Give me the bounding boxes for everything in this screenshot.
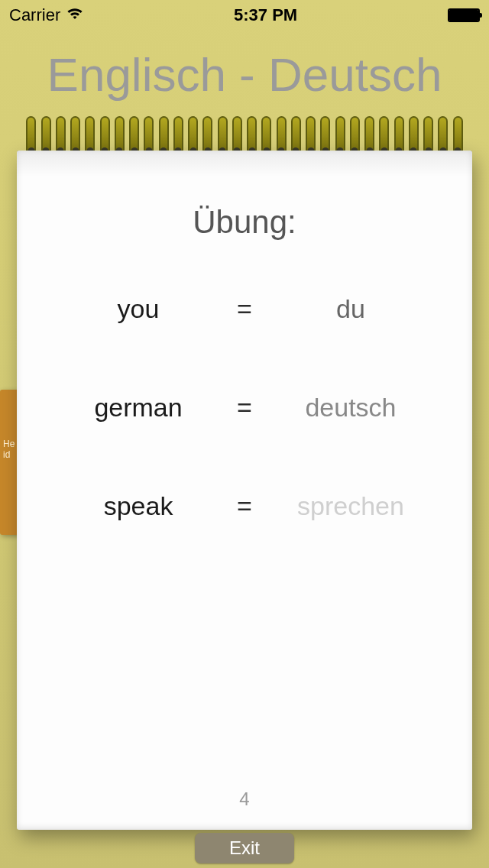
word-pair-row: german = deutsch bbox=[47, 393, 442, 423]
notepad-spiral bbox=[17, 111, 472, 151]
exit-button[interactable]: Exit bbox=[195, 833, 294, 863]
carrier-label: Carrier bbox=[9, 5, 60, 25]
equals-icon: = bbox=[229, 393, 260, 423]
target-word[interactable]: du bbox=[260, 294, 442, 324]
notepad-paper: Übung: you = du german = deutsch speak =… bbox=[17, 151, 472, 830]
source-word: you bbox=[47, 294, 229, 324]
equals-icon: = bbox=[229, 491, 260, 521]
notepad: Übung: you = du german = deutsch speak =… bbox=[17, 111, 472, 830]
status-time: 5:37 PM bbox=[234, 5, 297, 25]
word-pair-row: speak = sprechen bbox=[47, 491, 442, 521]
battery-icon bbox=[448, 8, 480, 22]
page-number: 4 bbox=[17, 789, 472, 810]
target-word[interactable]: deutsch bbox=[260, 393, 442, 423]
exercise-heading: Übung: bbox=[17, 204, 472, 241]
source-word: speak bbox=[47, 491, 229, 521]
word-pair-list: you = du german = deutsch speak = sprech… bbox=[17, 294, 472, 521]
page-title: Englisch - Deutsch bbox=[0, 47, 489, 102]
target-word[interactable]: sprechen bbox=[260, 491, 442, 521]
equals-icon: = bbox=[229, 294, 260, 324]
status-bar: Carrier 5:37 PM bbox=[0, 0, 489, 31]
wifi-icon bbox=[66, 7, 83, 24]
source-word: german bbox=[47, 393, 229, 423]
word-pair-row: you = du bbox=[47, 294, 442, 324]
status-left: Carrier bbox=[9, 5, 83, 25]
